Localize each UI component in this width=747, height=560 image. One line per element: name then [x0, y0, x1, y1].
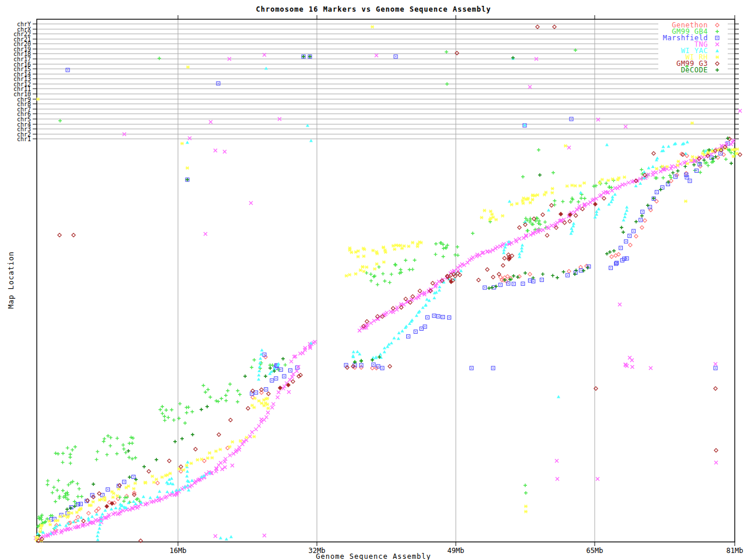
series-genethon — [54, 152, 725, 531]
row-label-chr1: chr1 — [17, 136, 31, 142]
series-tng — [34, 53, 742, 540]
series-wi-yac — [36, 57, 714, 541]
chart-title: Chromosome 16 Markers vs Genome Sequence… — [0, 5, 747, 13]
series-decode — [37, 55, 733, 537]
chart-canvas: chrYchrXchr22chr21chr20chr19chr18chr17ch… — [0, 0, 747, 560]
chromosome-row-lines: chrYchrXchr22chr21chr20chr19chr18chr17ch… — [13, 21, 739, 142]
series-wi-rh — [34, 25, 739, 542]
legend: GenethonGM99 GB4MarshfieldTNGWI YACWI RH… — [658, 21, 728, 74]
legend-item-decode: DeCODE — [681, 66, 708, 74]
scatter-plot: chrYchrXchr22chr21chr20chr19chr18chr17ch… — [0, 0, 747, 560]
series-marshfield — [50, 55, 729, 521]
x-axis-ticks: 16Mb32Mb49Mb65Mb81Mb — [170, 15, 743, 555]
plot-border — [37, 19, 735, 542]
x-axis-label: Genome Sequence Assembly — [0, 552, 747, 560]
y-axis-label: Map Location — [7, 248, 15, 312]
series-gm99-g3 — [37, 25, 742, 542]
series-gm99-gb4 — [36, 48, 736, 530]
